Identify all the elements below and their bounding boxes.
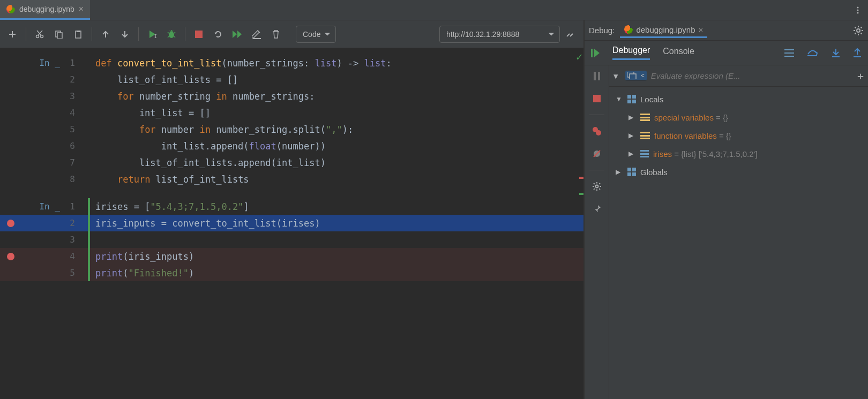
code-text[interactable]: irises = ["5.4,3;7,1.5,0.2"]: [95, 201, 583, 212]
copy-button[interactable]: [51, 26, 67, 42]
tab-debugger[interactable]: Debugger: [612, 46, 650, 60]
code-text[interactable]: def convert_to_int_list(number_strings: …: [95, 58, 583, 69]
breakpoint-gutter[interactable]: [0, 220, 21, 227]
cell-run-bar[interactable]: [88, 104, 90, 121]
cell-run-bar[interactable]: [88, 154, 90, 171]
debug-cell-button[interactable]: [163, 26, 179, 42]
delete-button[interactable]: [268, 26, 284, 42]
code-text[interactable]: list_of_int_lists = []: [95, 74, 583, 85]
step-over-icon[interactable]: [807, 49, 819, 57]
debug-config-tab[interactable]: debugging.ipynb ×: [620, 23, 707, 38]
code-text[interactable]: print("Finished!"): [95, 268, 583, 278]
breakpoint-icon[interactable]: [7, 220, 14, 227]
ok-marker[interactable]: [579, 193, 583, 195]
code-line[interactable]: 8 return list_of_int_lists: [0, 171, 583, 187]
code-line[interactable]: 5print("Finished!"): [0, 265, 583, 281]
chevron-right-icon: ▶: [628, 150, 636, 157]
code-line[interactable]: 2iris_inputs = convert_to_int_list(irise…: [0, 215, 583, 231]
code-cell[interactable]: In _1def convert_to_int_list(number_stri…: [0, 55, 583, 187]
tree-globals[interactable]: ▶ Globals: [611, 163, 866, 181]
pause-icon[interactable]: [590, 70, 603, 82]
code-text[interactable]: iris_inputs = convert_to_int_list(irises…: [95, 218, 583, 229]
stop-button[interactable]: [191, 26, 207, 42]
cell-run-bar[interactable]: [88, 215, 90, 231]
close-icon[interactable]: ×: [698, 25, 703, 34]
cell-run-bar[interactable]: [88, 198, 90, 215]
cell-run-bar[interactable]: [88, 248, 90, 265]
clear-output-button[interactable]: [249, 26, 265, 42]
code-area[interactable]: ✓ In _1def convert_to_int_list(number_st…: [0, 48, 583, 399]
cut-button[interactable]: [32, 26, 48, 42]
cell-type-dropdown[interactable]: Code: [296, 26, 336, 43]
run-cell-button[interactable]: I: [144, 26, 160, 42]
close-icon[interactable]: ×: [79, 4, 84, 14]
tab-console[interactable]: Console: [663, 47, 694, 59]
code-text[interactable]: int_list.append(float(number)): [95, 141, 583, 152]
restart-button[interactable]: [210, 26, 226, 42]
line-number: 2: [64, 74, 80, 85]
resume-icon[interactable]: [591, 48, 600, 58]
cell-run-bar[interactable]: [88, 71, 90, 88]
cell-run-bar[interactable]: [88, 121, 90, 138]
code-text[interactable]: int_list = []: [95, 108, 583, 118]
line-number: 6: [64, 141, 80, 151]
code-text[interactable]: for number_string in number_strings:: [95, 91, 583, 102]
tree-irises[interactable]: ▶ irises = {list} ['5.4,3;7,1.5,0.2']: [611, 145, 866, 163]
code-line[interactable]: 6 int_list.append(float(number)): [0, 138, 583, 154]
breakpoint-gutter[interactable]: [0, 253, 21, 260]
pin-icon[interactable]: [590, 202, 603, 215]
code-line[interactable]: 3 for number_string in number_strings:: [0, 88, 583, 104]
chevron-down-icon[interactable]: ▼: [613, 72, 618, 80]
svg-rect-15: [832, 56, 840, 57]
code-line[interactable]: In _1irises = ["5.4,3;7,1.5,0.2"]: [0, 198, 583, 215]
cell-run-bar[interactable]: [88, 138, 90, 154]
var-value: = {}: [717, 131, 731, 140]
move-up-button[interactable]: [98, 26, 114, 42]
breakpoint-icon[interactable]: [7, 253, 14, 260]
overflow-icon[interactable]: [563, 26, 579, 42]
frames-icon[interactable]: [627, 72, 637, 79]
server-url-dropdown[interactable]: http://10.32.1.29:8888: [439, 26, 560, 43]
code-text[interactable]: list_of_int_lists.append(int_list): [95, 157, 583, 168]
tree-special-vars[interactable]: ▶ special variables = {}: [611, 108, 866, 126]
variables-tree[interactable]: ▼ Locals ▶ special variables = {} ▶ func…: [609, 87, 868, 399]
tree-locals[interactable]: ▼ Locals: [611, 90, 866, 108]
code-line[interactable]: 7 list_of_int_lists.append(int_list): [0, 154, 583, 171]
code-text[interactable]: return list_of_int_lists: [95, 174, 583, 185]
editor-tab[interactable]: debugging.ipynb ×: [0, 0, 90, 20]
list-icon[interactable]: [784, 49, 794, 57]
code-text[interactable]: for number in number_string.split(","):: [95, 124, 583, 135]
code-line[interactable]: 4 int_list = []: [0, 104, 583, 121]
settings-icon[interactable]: [590, 180, 603, 193]
add-cell-button[interactable]: [4, 26, 20, 42]
paste-button[interactable]: [70, 26, 86, 42]
cell-run-bar[interactable]: [88, 171, 90, 187]
line-number: 5: [64, 268, 80, 278]
mute-breakpoints-icon[interactable]: [590, 147, 603, 160]
view-breakpoints-icon[interactable]: [590, 125, 603, 138]
cell-run-bar[interactable]: [88, 88, 90, 104]
code-line[interactable]: 5 for number in number_string.split(",")…: [0, 121, 583, 138]
code-line[interactable]: 4print(iris_inputs): [0, 248, 583, 265]
cell-run-bar[interactable]: [88, 231, 90, 248]
code-text[interactable]: print(iris_inputs): [95, 251, 583, 262]
run-all-button[interactable]: [229, 26, 245, 42]
add-watch-icon[interactable]: +: [857, 70, 864, 82]
stop-icon[interactable]: [590, 92, 603, 105]
evaluate-expression-input[interactable]: [651, 71, 853, 80]
code-line[interactable]: 3: [0, 231, 583, 248]
cell-run-bar[interactable]: [88, 265, 90, 281]
code-line[interactable]: 2 list_of_int_lists = []: [0, 71, 583, 88]
tree-function-vars[interactable]: ▶ function variables = {}: [611, 126, 866, 145]
cell-run-bar[interactable]: [88, 55, 90, 71]
move-down-button[interactable]: [117, 26, 133, 42]
code-line[interactable]: In _1def convert_to_int_list(number_stri…: [0, 55, 583, 71]
svg-point-10: [169, 32, 174, 38]
gear-icon[interactable]: [853, 25, 864, 36]
step-into-icon[interactable]: [832, 48, 840, 58]
code-cell[interactable]: In _1irises = ["5.4,3;7,1.5,0.2"]2iris_i…: [0, 198, 583, 281]
var-icon: [640, 150, 649, 157]
more-icon[interactable]: [850, 2, 866, 18]
step-out-icon[interactable]: [853, 48, 862, 58]
var-icon: [640, 114, 650, 121]
